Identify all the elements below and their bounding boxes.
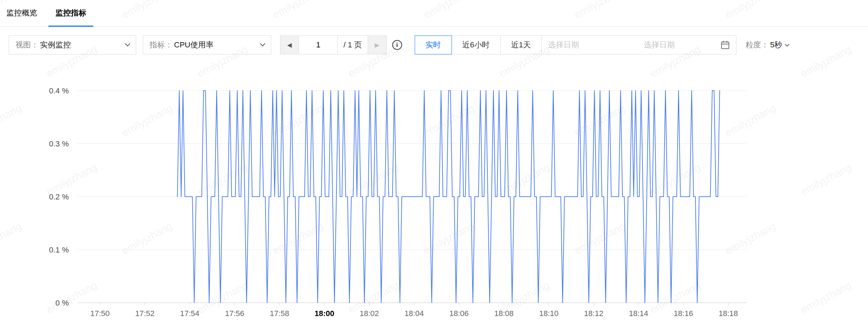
x-axis-label: 17:50 [90,309,109,318]
chevron-down-icon [260,41,266,47]
x-axis-label: 18:00 [314,309,334,318]
calendar-icon [721,40,730,50]
granularity-select[interactable]: 粒度： 5秒 [746,40,789,50]
x-axis-label: 18:10 [539,309,559,318]
cpu-usage-chart-svg[interactable]: 0 %0.1 %0.2 %0.3 %0.4 %17:5017:5217:5417… [0,68,868,328]
chevron-down-icon [785,42,789,47]
granularity-label: 粒度： [746,40,769,50]
x-axis-label: 18:14 [629,309,648,318]
end-date-placeholder: 选择日期 [644,40,675,50]
date-range-picker[interactable]: 选择日期 选择日期 [541,35,736,54]
page-input[interactable]: 1 [299,35,338,54]
x-axis-label: 17:58 [270,309,289,318]
prev-page-button[interactable]: ◀ [280,35,299,54]
metric-select-label: 指标： [149,40,173,50]
x-axis-label: 18:18 [719,309,738,318]
x-axis-label: 18:06 [449,309,469,318]
tab-bar: 监控概览 监控指标 [0,0,868,27]
y-axis-label: 0 % [55,299,69,307]
x-axis-label: 17:56 [225,309,244,318]
x-axis-label: 18:04 [405,309,424,318]
chevron-down-icon [125,41,131,47]
y-axis-label: 0.2 % [49,192,69,201]
time-range-1d-button[interactable]: 近1天 [500,35,542,54]
pagination: ◀ 1 / 1 页 ▶ [280,35,387,54]
time-range-realtime-button[interactable]: 实时 [415,35,452,54]
tab-monitor-overview[interactable]: 监控概览 [6,0,38,27]
right-arrow-icon: ▶ [375,41,379,49]
x-axis-label: 18:08 [494,309,514,318]
toolbar: 视图： 实例监控 指标： CPU使用率 ◀ 1 / 1 页 ▶ i 实时 近6小… [9,35,868,54]
view-select-value: 实例监控 [40,40,71,50]
view-select[interactable]: 视图： 实例监控 [9,35,136,54]
y-axis-label: 0.3 % [49,139,69,148]
tab-monitor-metrics[interactable]: 监控指标 [48,0,93,27]
cpu-usage-chart[interactable]: 0 %0.1 %0.2 %0.3 %0.4 %17:5017:5217:5417… [0,68,868,328]
x-axis-label: 17:54 [180,309,199,318]
x-axis-label: 17:52 [135,309,154,318]
view-select-label: 视图： [15,40,39,50]
x-axis-label: 18:02 [360,309,379,318]
info-icon[interactable]: i [392,40,402,50]
x-axis-label: 18:12 [584,309,603,318]
metric-select-value: CPU使用率 [174,40,213,50]
page-total-label: / 1 页 [338,35,368,54]
x-axis-label: 18:16 [674,309,693,318]
time-range-group: 实时 近6小时 近1天 选择日期 选择日期 [415,35,737,54]
granularity-value: 5秒 [770,40,782,50]
y-axis-label: 0.1 % [49,245,69,254]
y-axis-label: 0.4 % [49,86,69,95]
metric-select[interactable]: 指标： CPU使用率 [143,35,271,54]
time-range-6h-button[interactable]: 近6小时 [452,35,501,54]
next-page-button[interactable]: ▶ [368,35,387,54]
left-arrow-icon: ◀ [287,41,292,49]
start-date-placeholder: 选择日期 [548,40,579,50]
